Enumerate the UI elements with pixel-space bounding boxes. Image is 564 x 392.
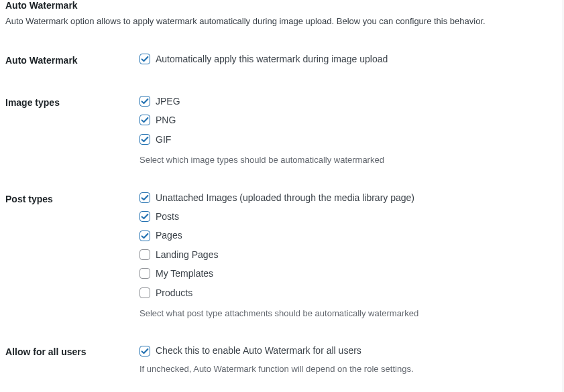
settings-table: Auto Watermark Automatically apply this …	[5, 42, 557, 389]
auto-watermark-option-label: Automatically apply this watermark durin…	[156, 52, 388, 66]
row-label-auto-watermark: Auto Watermark	[5, 42, 139, 84]
post-types-options-item[interactable]: Unattached Images (uploaded through the …	[139, 190, 551, 205]
post-types-help: Select what post type attachments should…	[139, 307, 551, 320]
post-types-options-item[interactable]: Products	[139, 285, 551, 300]
check-icon	[140, 346, 150, 356]
image-types-options-checkbox[interactable]	[139, 96, 150, 107]
row-label-allow-all-users: Allow for all users	[5, 333, 139, 389]
post-types-options-item[interactable]: Landing Pages	[139, 247, 551, 262]
post-types-options-label: My Templates	[156, 266, 213, 281]
allow-all-users-option-label: Check this to enable Auto Watermark for …	[156, 343, 361, 358]
post-types-options-checkbox[interactable]	[139, 192, 150, 203]
post-types-options-item[interactable]: Pages	[139, 228, 551, 243]
post-types-options: Unattached Images (uploaded through the …	[139, 190, 551, 300]
check-icon	[140, 54, 150, 64]
image-types-options: JPEGPNGGIF	[139, 94, 551, 147]
image-types-options-label: GIF	[156, 132, 171, 147]
check-icon	[140, 212, 150, 221]
allow-all-users-option[interactable]: Check this to enable Auto Watermark for …	[139, 343, 551, 358]
auto-watermark-settings-panel: Auto Watermark Auto Watermark option all…	[0, 0, 563, 392]
image-types-help: Select which image types should be autom…	[139, 153, 551, 167]
image-types-options-label: PNG	[156, 113, 176, 127]
post-types-options-label: Pages	[156, 228, 182, 243]
auto-watermark-checkbox[interactable]	[139, 54, 150, 64]
post-types-options-item[interactable]: Posts	[139, 209, 551, 224]
section-title: Auto Watermark	[5, 0, 557, 11]
check-icon	[140, 115, 150, 125]
post-types-options-checkbox[interactable]	[139, 268, 150, 279]
image-types-options-checkbox[interactable]	[139, 134, 150, 145]
row-label-image-types: Image types	[5, 84, 139, 180]
check-icon	[140, 135, 150, 144]
auto-watermark-option[interactable]: Automatically apply this watermark durin…	[139, 52, 551, 66]
post-types-options-checkbox[interactable]	[139, 231, 150, 241]
image-types-options-checkbox[interactable]	[139, 115, 150, 125]
image-types-options-item[interactable]: PNG	[139, 113, 551, 127]
post-types-options-label: Landing Pages	[156, 247, 218, 262]
row-label-post-types: Post types	[5, 180, 139, 334]
section-description: Auto Watermark option allows to apply wa…	[5, 15, 557, 28]
check-icon	[140, 96, 150, 106]
row-post-types: Post types Unattached Images (uploaded t…	[5, 180, 557, 334]
check-icon	[140, 193, 150, 202]
post-types-options-checkbox[interactable]	[139, 211, 150, 222]
post-types-options-checkbox[interactable]	[139, 249, 150, 260]
post-types-options-label: Products	[156, 285, 192, 300]
allow-all-users-checkbox[interactable]	[139, 346, 150, 356]
row-auto-watermark: Auto Watermark Automatically apply this …	[5, 42, 557, 84]
image-types-options-item[interactable]: GIF	[139, 132, 551, 147]
post-types-options-label: Unattached Images (uploaded through the …	[156, 190, 414, 205]
image-types-options-item[interactable]: JPEG	[139, 94, 551, 109]
row-image-types: Image types JPEGPNGGIF Select which imag…	[5, 84, 557, 180]
post-types-options-item[interactable]: My Templates	[139, 266, 551, 281]
check-icon	[140, 231, 150, 241]
row-allow-all-users: Allow for all users Check this to enable…	[5, 333, 557, 389]
post-types-options-checkbox[interactable]	[139, 287, 150, 298]
post-types-options-label: Posts	[156, 209, 179, 224]
allow-all-users-help: If unchecked, Auto Watermark function wi…	[139, 363, 551, 376]
image-types-options-label: JPEG	[156, 94, 180, 109]
